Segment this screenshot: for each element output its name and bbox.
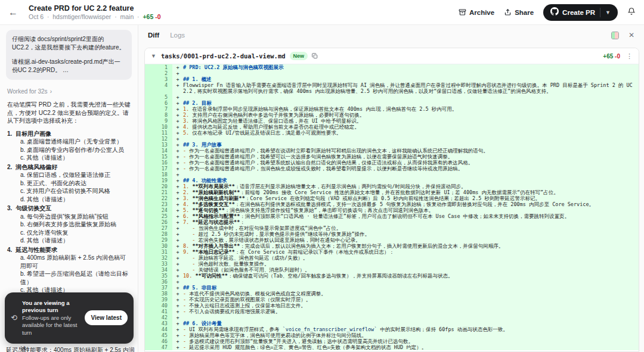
question-option: a. 每句旁边提供“恢复原始稿”按钮 xyxy=(7,213,131,221)
question-title: 1.目标用户画像 xyxy=(7,130,131,138)
diff-line: 19+## 4. 功能性需求 xyxy=(145,177,639,183)
diff-panel: Diff Logs ✕ ▼ tasks/0001-prd-uc2.2-dual-… xyxy=(138,25,644,352)
assistant-intro: 在动笔撰写 PRD 之前，我需要先澄清一些关键点，方便对 UC2.2 做出更贴合… xyxy=(7,101,131,125)
question-title: 2.润色稿风格偏好 xyxy=(7,163,131,172)
diff-line: 44+- UI 双列布局需继承现有浮层样式，参考 `voice_fn_trans… xyxy=(145,326,639,332)
question-option: b. 桌面端的专业内容创作者/办公室人员 xyxy=(7,146,131,154)
diff-line: 24+5. **逐句切换**：润色稿块支持悬浮操作按钮“恢复原始”，单击即可切换… xyxy=(145,207,639,213)
conversation-sidebar: 仔细阅读 docs/sprint/sprint2里面的UC2.2，这是我想要接下… xyxy=(0,25,138,352)
diff-line: 37+## 5. 非目标 xyxy=(145,285,639,291)
file-diff-counts: +65 -0 xyxy=(603,53,620,60)
diff-line: 26+7. **延迟与状态提示**： xyxy=(145,219,639,225)
user-message-line: 请根据.ai-dev-tasks/create-prd.md产出一份UC 2.2… xyxy=(12,58,126,74)
diff-line: 18+ xyxy=(145,172,639,177)
diff-line: 13+## 3. 用户故事 xyxy=(145,142,639,148)
diff-line: 17+- 作为一名桌面端普通终端用户，当润色稿生成较慢或失败时，我希望看到明显提… xyxy=(145,166,639,172)
worked-duration-toggle[interactable]: Worked for 32s › xyxy=(7,88,132,95)
diff-line: 36+ xyxy=(145,279,639,285)
archive-button[interactable]: Archive xyxy=(459,8,494,16)
close-icon[interactable]: ✕ xyxy=(628,31,634,39)
share-icon xyxy=(504,8,512,16)
diff-line: 9+3. 将润色风格固定为轻量语法修正、保留口语感，并在 UI 中给予明显标识。 xyxy=(145,118,639,124)
user-message-line: 仔细阅读 docs/sprint/sprint2里面的UC2.2，这是我想要接下… xyxy=(12,35,126,52)
diff-line: 38+- 本迭代不提供润色风格切换、模板化润色或自定义程度调整。 xyxy=(145,291,639,297)
diff-line: 47+- 延迟提示采用 HUD 规范颜色：绿色=正常、黄色=警告、红色=失败（参… xyxy=(145,344,639,350)
deletions-count: -0 xyxy=(155,13,160,20)
header-actions: Archive Share Create PR ▼ xyxy=(459,4,636,21)
notifications-bell-icon[interactable] xyxy=(627,7,636,17)
diff-line: 30+8. **对齐插入与导出**：完成会话后，默认以润色稿为插入文本；若用户恢… xyxy=(145,243,639,249)
question-option: b. 更正式、书面化的表达 xyxy=(7,179,131,188)
diff-line: 1+# PRD: UC2.2 原始稿与润色稿双视图展示 xyxy=(145,64,639,70)
app-header: ← Create PRD for UC 2.2 feature Oct 6 · … xyxy=(0,0,644,25)
diff-line: 39+- 不实现历史记录页面的双视图展示（仅限实时浮层）。 xyxy=(145,297,639,303)
diff-line: 29+ - 若润色失败，展示错误状态并默认回退至原始稿，同时在通知中心记录。 xyxy=(145,237,639,243)
page-title: Create PRD for UC 2.2 feature xyxy=(29,4,161,13)
tab-diff[interactable]: Diff xyxy=(148,32,159,39)
create-pr-button[interactable]: Create PR ▼ xyxy=(543,4,618,21)
create-pr-dropdown[interactable]: ▼ xyxy=(600,10,615,15)
question-option: c. 其他（请描述） xyxy=(7,154,131,162)
kebab-menu-icon[interactable]: ⋮ xyxy=(626,52,633,60)
tab-logs[interactable]: Logs xyxy=(170,32,185,39)
file-diff-header[interactable]: ▼ tasks/0001-prd-uc2.2-dual-view.md New … xyxy=(145,48,639,64)
question-title: 4.延迟与性能要求 xyxy=(7,246,131,254)
diff-line: 4+Flowwisper Fn 语音输入助手需要在桌面端语音浮层中同时呈现原始转… xyxy=(145,82,639,94)
question-title: 3.句级切换交互 xyxy=(7,204,131,213)
page-subtitle: Oct 6 · hdsmtiger/flowwisper · main · +6… xyxy=(29,13,161,20)
question-item: 3.句级切换交互a. 每句旁边提供“恢复原始稿”按钮b. 右侧列表支持多选批量恢… xyxy=(7,204,131,245)
diff-line: 43+## 6. 设计考量 xyxy=(145,320,639,326)
diff-line: 46+- 多选模式建议使用右列顶部“批量恢复”开关进入，避免误触；选中状态需明显… xyxy=(145,338,639,344)
question-option: a. 桌面端普通终端用户（无专业背景） xyxy=(7,138,131,146)
diff-line: 25+6. **风格指示与配置**：润色列顶部展示“口语风格 · 轻量语法修正”… xyxy=(145,213,639,219)
question-option: a. 400ms 原始稿刷新 + 2.5s 内润色稿可用即可 xyxy=(7,254,131,270)
archive-icon xyxy=(459,8,466,16)
diff-line: 20+1. **双列布局展示**：语音浮层左列显示原始稿增量文本，右列显示润色稿… xyxy=(145,183,639,189)
view-latest-button[interactable]: View latest xyxy=(85,310,128,325)
copy-path-icon[interactable] xyxy=(312,53,318,59)
file-name: tasks/0001-prd-uc2.2-dual-view.md xyxy=(161,52,286,60)
question-option: b. 右侧列表支持多选批量恢复原始稿 xyxy=(7,220,131,229)
diff-line: 22+3. **润色稿生成与刷新**：Core Service 在收到稳定句段（… xyxy=(145,195,639,201)
question-option: d. 其他（请描述） xyxy=(7,195,131,204)
clipped-text-line: 延迟与性能要求：400ms 原始稿刷新 + 2.5s 内润 xyxy=(6,346,135,352)
back-button[interactable]: ← xyxy=(8,7,24,18)
github-icon xyxy=(550,7,559,18)
diff-line: 15+- 作为一名桌面端普通终端用户，我希望可以一次选择多句润色稿恢复为原始稿，… xyxy=(145,154,639,160)
new-file-badge: New xyxy=(290,52,308,60)
diff-line: 45+- 原始稿采用单色等宽字体，润色稿可使用更易读的比例字体并标注句间分隔线。 xyxy=(145,332,639,338)
chevron-down-icon[interactable]: ▼ xyxy=(151,53,156,59)
diff-line: 41+- 不引入会话摘要或片段库增强展示逻辑。 xyxy=(145,309,639,314)
title-block: Create PRD for UC 2.2 feature Oct 6 · hd… xyxy=(29,4,161,20)
question-option: c. 支持用户在会话前切换不同风格 xyxy=(7,187,131,195)
diff-line: 28+ - 超过 2.5 秒仍未完成时，显示黄色提示并提供“继续等待/恢复原始”… xyxy=(145,231,639,237)
diff-line: 42+ xyxy=(145,314,639,320)
repo-name[interactable]: hdsmtiger/flowwisper xyxy=(52,13,111,20)
diff-line: 21+2. **原始稿刷新机制**：前端每 200ms 接收 Core Serv… xyxy=(145,189,639,195)
diff-line: 12+ xyxy=(145,136,639,142)
question-item: 2.润色稿风格偏好a. 保留口语感，仅做轻量语法修正b. 更正式、书面化的表达c… xyxy=(7,163,131,204)
diff-content[interactable]: 1+# PRD: UC2.2 原始稿与润色稿双视图展示2+3+## 1. 概述4… xyxy=(145,64,639,351)
diff-line: 14+- 作为一名桌面端普通终端用户，我希望在说话时立即看到原始转写和稍后出现的… xyxy=(145,148,639,154)
share-button[interactable]: Share xyxy=(504,8,534,16)
question-item: 4.延迟与性能要求a. 400ms 原始稿刷新 + 2.5s 内润色稿可用即可b… xyxy=(7,246,131,294)
question-option: c. 仅允许逐句恢复 xyxy=(7,229,131,237)
create-pr-label: Create PR xyxy=(562,9,595,16)
diff-line: 5+ xyxy=(145,94,639,100)
tooltip-body: Follow-ups are only available for the la… xyxy=(22,314,80,337)
diff-line: 27+ - 当润色生成中时，在对应句块显示骨架屏进度或“润色中”占位。 xyxy=(145,225,639,231)
diff-line: 31+9. **本地日志记录**：在 Core Service 与前端记录以下事… xyxy=(145,249,639,255)
diff-line: 6+## 2. 目标 xyxy=(145,100,639,106)
diff-line: 33+ - 润色超时次数、批量恢复操作。 xyxy=(145,261,639,267)
additions-count: +65 xyxy=(143,13,153,20)
tooltip-title: You are viewing a previous turn xyxy=(22,300,80,314)
diff-tabbar: Diff Logs ✕ xyxy=(138,25,644,45)
diff-line: 3+## 1. 概述 xyxy=(145,76,639,82)
diff-line: 23+4. **多选恢复交互**：在润色稿右列提供复选框或批量选择模式，支持一次… xyxy=(145,201,639,207)
diff-line: 7+1. 在语音录制浮层中同步呈现原始稿与润色稿，保证原始稿首批文本在 400m… xyxy=(145,106,639,112)
split-diff-toggle-icon[interactable] xyxy=(611,32,619,39)
question-option: d. 其他（请描述） xyxy=(7,236,131,245)
diff-line: 32+ - 原始稿首字延迟、润色首句延迟（成功/失败）。 xyxy=(145,255,639,261)
question-item: 1.目标用户画像a. 桌面端普通终端用户（无专业背景）b. 桌面端的专业内容创作… xyxy=(7,130,131,162)
diff-line: 10+4. 提供状态与延迟反馈，帮助用户理解当前文本是否仍在处理中或已经稳定。 xyxy=(145,124,639,130)
